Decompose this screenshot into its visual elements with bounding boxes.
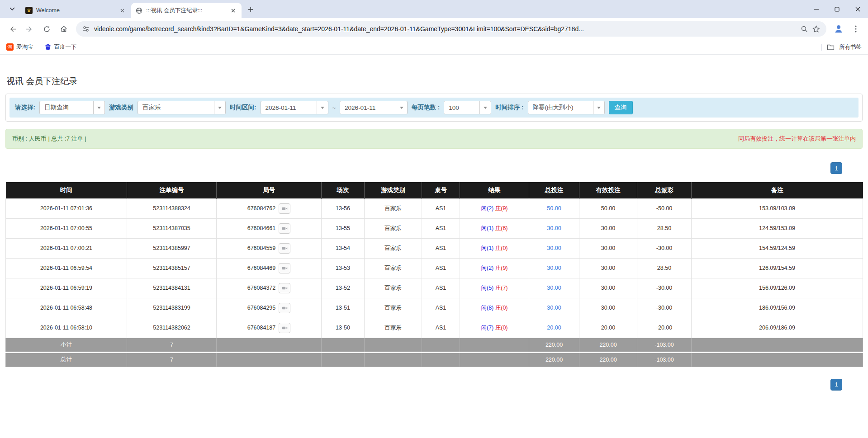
cell-total-bet: 30.00 (529, 258, 579, 278)
tab-close-icon[interactable] (229, 6, 237, 14)
cell-round-no: 676084762 (217, 198, 322, 218)
video-replay-icon[interactable] (279, 283, 290, 293)
bookmark-star-icon[interactable] (812, 25, 820, 33)
url-text[interactable]: videoie.com/game/betrecord_search/kind3?… (94, 25, 796, 33)
bookmark-aitaobao[interactable]: 淘 爱淘宝 (6, 43, 33, 51)
total-bet-link[interactable]: 50.00 (547, 205, 561, 212)
cell-bet-no: 523114385157 (127, 258, 217, 278)
minimize-button[interactable] (806, 0, 826, 18)
cell-note: 124.59/153.09 (692, 218, 863, 238)
cell-session: 13-53 (322, 258, 365, 278)
cell-game-kind: 百家乐 (365, 198, 422, 218)
cell-valid-bet: 30.00 (579, 218, 637, 238)
page-title: 视讯 会员下注纪录 (6, 75, 863, 87)
baidu-paw-icon (44, 43, 52, 51)
cell-time: 2026-01-11 06:58:10 (6, 318, 127, 338)
sort-select[interactable]: 降幂(由大到小) (528, 101, 605, 114)
tab-close-icon[interactable] (118, 6, 126, 14)
tab-strip: ♛ Welcome :::视讯 会员下注纪录::: (0, 0, 868, 18)
cell-time: 2026-01-11 07:00:21 (6, 238, 127, 258)
per-page-select[interactable]: 100 (444, 101, 491, 114)
browser-window: ♛ Welcome :::视讯 会员下注纪录::: (0, 0, 868, 55)
cell-bet-no: 523114385997 (127, 238, 217, 258)
close-button[interactable] (847, 0, 868, 18)
cell-result: 闲(5) 庄(7) (460, 278, 529, 298)
cell-valid-bet: 30.00 (579, 258, 637, 278)
browser-menu-button[interactable] (848, 21, 863, 37)
video-replay-icon[interactable] (279, 223, 290, 234)
col-time: 时间 (6, 182, 127, 198)
cell-game-kind: 百家乐 (365, 218, 422, 238)
forward-button[interactable] (22, 21, 37, 37)
cell-session: 13-51 (322, 298, 365, 318)
total-bet-link[interactable]: 20.00 (547, 325, 561, 331)
reload-button[interactable] (39, 21, 54, 37)
cell-bet-no: 523114388324 (127, 198, 217, 218)
cell-sum-payout: -103.00 (637, 352, 692, 367)
chevron-down-icon[interactable] (593, 101, 604, 114)
video-replay-icon[interactable] (279, 243, 290, 254)
cell-result: 闲(1) 庄(0) (460, 238, 529, 258)
cell-note: 153.09/103.09 (692, 198, 863, 218)
pagination-page-1[interactable]: 1 (830, 162, 842, 174)
tab-welcome[interactable]: ♛ Welcome (21, 3, 131, 18)
cell-sum-valid-bet: 220.00 (579, 338, 637, 352)
query-type-select[interactable]: 日期查询 (39, 101, 105, 114)
total-bet-link[interactable]: 30.00 (547, 265, 561, 271)
video-replay-icon[interactable] (279, 203, 290, 214)
cell-table-no: AS1 (422, 238, 460, 258)
cell-table-no: AS1 (422, 258, 460, 278)
tab-search-button[interactable] (5, 2, 19, 16)
total-bet-link[interactable]: 30.00 (547, 225, 561, 231)
cell-result: 闲(7) 庄(0) (460, 318, 529, 338)
cell-session: 13-56 (322, 198, 365, 218)
kebab-menu-icon (855, 25, 857, 33)
per-page-value: 100 (444, 101, 479, 114)
all-bookmarks[interactable]: | 所有书签 (821, 43, 862, 51)
tab-betrecord[interactable]: :::视讯 会员下注纪录::: (131, 3, 242, 18)
game-kind-select[interactable]: 百家乐 (138, 101, 226, 114)
cell-sum-total-bet: 220.00 (529, 352, 579, 367)
video-replay-icon[interactable] (279, 263, 290, 273)
back-button[interactable] (5, 21, 20, 37)
cell-time: 2026-01-11 07:01:36 (6, 198, 127, 218)
new-tab-button[interactable] (244, 3, 257, 16)
avatar-icon (834, 24, 844, 34)
zoom-icon[interactable] (801, 25, 808, 33)
cell-note: 206.09/186.09 (692, 318, 863, 338)
date-start-select[interactable]: 2026-01-11 (261, 101, 328, 114)
address-bar[interactable]: videoie.com/game/betrecord_search/kind3?… (76, 21, 826, 37)
chevron-down-icon[interactable] (214, 101, 225, 114)
pagination-page-1[interactable]: 1 (830, 379, 842, 391)
cell-result: 闲(8) 庄(0) (460, 298, 529, 318)
cell-sum-label: 小计 (6, 338, 127, 352)
cell-total-bet: 30.00 (529, 218, 579, 238)
bookmark-label: 爱淘宝 (16, 43, 33, 51)
total-bet-link[interactable]: 30.00 (547, 245, 561, 251)
search-button[interactable]: 查询 (609, 101, 633, 114)
total-bet-link[interactable]: 30.00 (547, 305, 561, 311)
chevron-down-icon[interactable] (479, 101, 491, 114)
col-bet-no: 注单编号 (127, 182, 217, 198)
video-replay-icon[interactable] (279, 323, 290, 333)
bookmark-baidu[interactable]: 百度一下 (44, 43, 77, 51)
chevron-down-icon[interactable] (396, 101, 407, 114)
cell-sum-total-bet: 220.00 (529, 338, 579, 352)
home-button[interactable] (56, 21, 71, 37)
chevron-down-icon[interactable] (93, 101, 104, 114)
currency-summary: 币别 : 人民币 | 总共 :7 注单 | (12, 135, 86, 143)
total-bet-link[interactable]: 30.00 (547, 285, 561, 291)
date-end-select[interactable]: 2026-01-11 (340, 101, 408, 114)
cell-result: 闲(2) 庄(9) (460, 258, 529, 278)
profile-avatar[interactable] (831, 21, 846, 37)
close-icon (855, 7, 860, 12)
home-icon (60, 25, 68, 33)
site-info-icon[interactable] (82, 25, 90, 33)
video-replay-icon[interactable] (279, 303, 290, 313)
maximize-button[interactable] (826, 0, 847, 18)
col-session: 场次 (322, 182, 365, 198)
bookmarks-bar: 淘 爱淘宝 百度一下 | 所有书签 (0, 40, 868, 55)
summary-row: 小计 7 220.00 220.00 -103.00 (6, 338, 863, 352)
chevron-down-icon[interactable] (317, 101, 328, 114)
pagination-bottom: 1 (5, 379, 863, 391)
